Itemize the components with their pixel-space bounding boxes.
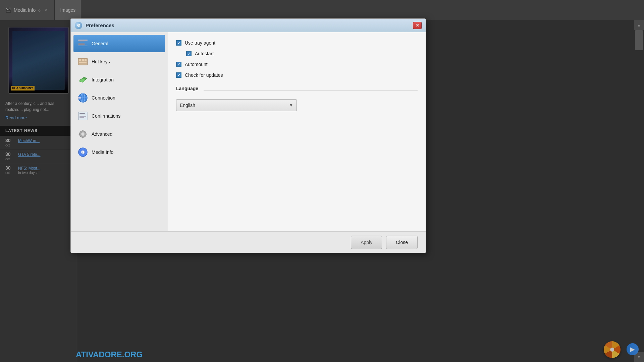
watermark: ATIVADORE.ORG (70, 347, 148, 362)
dialog-title-icon: ⚙ (75, 22, 82, 29)
automount-checkbox[interactable] (176, 62, 181, 67)
language-label: Language (176, 86, 198, 91)
dialog-body: General Hot keys (71, 32, 426, 231)
autostart-checkbox[interactable] (186, 51, 192, 56)
automount-row: Automount (176, 62, 418, 67)
svg-rect-2 (78, 43, 85, 44)
check-updates-checkbox[interactable] (176, 72, 181, 78)
pref-connection-label: Connection (92, 95, 115, 101)
app-window: 🎬 Media Info ◇ ✕ Images FLASHPOINT After… (0, 0, 644, 362)
pref-item-general[interactable]: General (73, 35, 165, 52)
svg-rect-3 (78, 44, 85, 45)
preferences-dialog: ⚙ Preferences ✕ (70, 18, 426, 253)
dialog-close-button[interactable]: ✕ (413, 22, 422, 29)
use-tray-agent-checkbox[interactable] (176, 40, 181, 46)
svg-rect-9 (79, 62, 87, 63)
mediainfo-icon: i (77, 147, 88, 158)
language-value: English (180, 103, 195, 108)
close-button[interactable]: Close (386, 236, 418, 249)
svg-rect-0 (78, 40, 88, 41)
advanced-icon (77, 129, 88, 139)
svg-rect-18 (79, 116, 86, 117)
preferences-content: Use tray agent Autostart Automount Check… (168, 32, 426, 231)
general-icon (77, 38, 88, 49)
svg-text:i: i (82, 150, 83, 154)
svg-rect-16 (79, 113, 85, 114)
pref-hotkeys-label: Hot keys (92, 59, 110, 64)
pref-item-confirmations[interactable]: Confirmations (73, 107, 165, 125)
dialog-title: Preferences (86, 22, 410, 28)
svg-rect-14 (78, 97, 81, 99)
confirmations-icon (77, 111, 88, 121)
dialog-titlebar: ⚙ Preferences ✕ (71, 19, 426, 32)
pref-general-label: General (92, 41, 108, 46)
svg-rect-19 (79, 117, 84, 118)
dialog-footer: Apply Close (71, 231, 426, 253)
check-updates-row: Check for updates (176, 72, 418, 78)
connection-icon (77, 93, 88, 103)
svg-rect-17 (79, 115, 86, 115)
apply-button[interactable]: Apply (351, 236, 382, 249)
pref-mediainfo-label: Media Info (92, 149, 113, 155)
pref-item-mediainfo[interactable]: i Media Info (73, 143, 165, 161)
svg-point-22 (82, 133, 84, 135)
svg-rect-23 (83, 130, 83, 131)
svg-rect-7 (82, 59, 84, 61)
check-updates-label: Check for updates (185, 72, 223, 78)
language-dropdown-arrow: ▼ (289, 103, 293, 108)
use-tray-agent-label: Use tray agent (185, 40, 215, 46)
svg-rect-8 (85, 59, 87, 61)
use-tray-agent-row: Use tray agent (176, 40, 418, 46)
pref-item-integration[interactable]: Integration (73, 71, 165, 88)
svg-rect-24 (83, 137, 83, 138)
autostart-label: Autostart (195, 51, 214, 56)
svg-rect-25 (78, 134, 80, 134)
language-select[interactable]: English ▼ (176, 99, 297, 111)
svg-rect-6 (79, 59, 81, 61)
svg-rect-26 (86, 134, 87, 134)
language-separator (204, 90, 418, 91)
automount-label: Automount (185, 62, 208, 67)
pref-item-hotkeys[interactable]: Hot keys (73, 53, 165, 70)
pref-integration-label: Integration (92, 77, 114, 82)
svg-rect-4 (78, 46, 88, 46)
hotkeys-icon (77, 56, 88, 67)
pref-item-advanced[interactable]: Advanced (73, 125, 165, 143)
autostart-row: Autostart (176, 51, 418, 56)
preferences-sidebar: General Hot keys (71, 32, 168, 231)
pref-item-connection[interactable]: Connection (73, 89, 165, 107)
pref-advanced-label: Advanced (92, 131, 112, 137)
integration-icon (77, 74, 88, 85)
pref-confirmations-label: Confirmations (92, 113, 120, 119)
svg-rect-1 (78, 42, 85, 42)
